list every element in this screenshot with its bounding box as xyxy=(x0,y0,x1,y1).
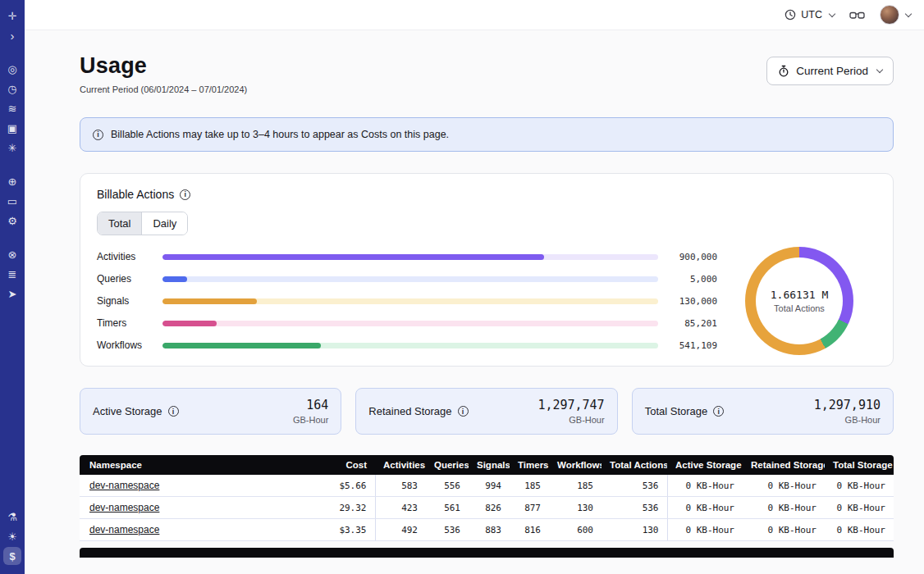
info-icon: i xyxy=(93,130,103,140)
active-storage-value: 164 xyxy=(293,398,328,412)
table-cell: 130 xyxy=(549,497,602,519)
clock-icon xyxy=(784,9,796,20)
main-area: UTC Usage Current Period (06/01/2024 – xyxy=(25,0,924,574)
billable-actions-title: Billable Actions i xyxy=(97,188,876,201)
retained-storage-label: Retained Storage i xyxy=(368,405,468,417)
total-storage-card: Total Storage i 1,297,910 GB-Hour xyxy=(632,388,894,435)
table-cell: 0 KB-Hour xyxy=(743,497,825,519)
table-cell: 0 KB-Hour xyxy=(825,475,894,497)
table-cell: 561 xyxy=(426,497,469,519)
column-header-active-storage: Active Storage xyxy=(667,455,743,475)
retained-storage-unit: GB-Hour xyxy=(537,415,604,425)
bar-label: Workflows xyxy=(97,339,154,351)
bar-fill xyxy=(162,276,187,282)
column-header-workflows: Workflows xyxy=(549,455,602,475)
usage-page: Usage Current Period (06/01/2024 – 07/01… xyxy=(25,30,924,574)
table-cell: 185 xyxy=(510,475,549,497)
spiral-icon[interactable]: ◎ xyxy=(3,60,21,78)
layers-icon[interactable]: ≋ xyxy=(3,99,21,117)
active-storage-unit: GB-Hour xyxy=(293,415,328,425)
column-header-retained-storage: Retained Storage xyxy=(743,455,825,475)
bar-value: 541,109 xyxy=(666,340,717,351)
page-subtitle: Current Period (06/01/2024 – 07/01/2024) xyxy=(80,84,247,94)
table-cell: 536 xyxy=(602,497,667,519)
timezone-select[interactable]: UTC xyxy=(784,9,835,20)
user-menu[interactable] xyxy=(880,5,911,25)
billable-actions-chart: Activities900,000Queries5,000Signals130,… xyxy=(97,247,876,355)
bar-fill xyxy=(162,298,257,304)
table-cell: 536 xyxy=(602,475,667,497)
globe-icon[interactable]: ⊕ xyxy=(3,172,21,190)
table-cell: 556 xyxy=(426,475,469,497)
info-banner-text: Billable Actions may take up to 3–4 hour… xyxy=(111,129,449,140)
table-cell: 185 xyxy=(549,475,602,497)
table-cell: 0 KB-Hour xyxy=(667,519,743,541)
glasses-icon[interactable] xyxy=(849,10,865,20)
table-cell: 536 xyxy=(426,519,469,541)
total-storage-value: 1,297,910 xyxy=(814,398,881,412)
bar-track xyxy=(162,276,658,282)
donut-total-label: Total Actions xyxy=(774,303,825,313)
bar-value: 900,000 xyxy=(666,252,717,262)
storage-summary-row: Active Storage i 164 GB-Hour Retained St… xyxy=(80,388,894,435)
table-cell: 0 KB-Hour xyxy=(743,519,825,541)
chevron-down-icon xyxy=(905,10,912,16)
namespace-link[interactable]: dev-namespace xyxy=(89,480,159,491)
table-cell: $5.66 xyxy=(326,475,375,497)
book-icon[interactable]: ≣ xyxy=(3,265,21,283)
table-cell: dev-namespace xyxy=(80,519,326,541)
table-cell: 877 xyxy=(510,497,549,519)
collapse-chevron-icon[interactable]: › xyxy=(3,26,21,44)
info-icon[interactable]: i xyxy=(168,406,179,417)
active-storage-label: Active Storage i xyxy=(93,405,179,417)
cube-icon[interactable]: ▣ xyxy=(3,119,21,137)
page-title: Usage xyxy=(80,53,247,79)
bar-row-signals: Signals130,000 xyxy=(97,294,717,308)
info-icon[interactable]: i xyxy=(180,189,190,200)
gear-icon[interactable]: ⚙ xyxy=(3,212,21,230)
namespace-link[interactable]: dev-namespace xyxy=(89,502,159,513)
logo-icon[interactable]: ✛ xyxy=(3,7,21,25)
bar-value: 85,201 xyxy=(666,318,717,329)
column-header-cost: Cost xyxy=(326,455,375,475)
bar-row-activities: Activities900,000 xyxy=(97,249,717,264)
donut-chart-area: 1.66131 M Total Actions xyxy=(722,247,876,355)
column-header-queries: Queries xyxy=(426,455,469,475)
bar-value: 130,000 xyxy=(666,296,717,307)
table-cell: 29.32 xyxy=(326,497,375,519)
dollar-icon[interactable]: $ xyxy=(3,547,21,565)
period-selector-button[interactable]: Current Period xyxy=(766,57,894,85)
card-icon[interactable]: ▭ xyxy=(3,192,21,210)
bar-fill xyxy=(162,321,217,326)
column-header-namespace: Namespace xyxy=(80,455,326,475)
rocket-icon[interactable]: ➤ xyxy=(3,285,21,303)
circle-x-icon[interactable]: ⊗ xyxy=(3,245,21,263)
tab-daily[interactable]: Daily xyxy=(141,212,187,235)
table-cell: 600 xyxy=(549,519,602,541)
column-header-signals: Signals xyxy=(469,455,510,475)
sidebar-bottom-icons: ⚗☀$ xyxy=(3,507,21,566)
info-icon[interactable]: i xyxy=(713,406,724,417)
flask-icon[interactable]: ⚗ xyxy=(3,508,21,526)
bar-track xyxy=(162,254,658,260)
bar-fill xyxy=(162,254,544,260)
bar-label: Timers xyxy=(97,317,154,329)
table-cell: $3.35 xyxy=(326,519,375,541)
chevron-down-icon xyxy=(829,10,835,16)
clock-icon[interactable]: ◷ xyxy=(3,80,21,98)
stopwatch-icon xyxy=(778,65,789,77)
asterisk-icon[interactable]: ✳ xyxy=(3,139,21,157)
bar-track xyxy=(162,321,658,326)
sidebar: ✛›◎◷≋▣✳⊕▭⚙⊗≣➤ ⚗☀$ xyxy=(0,0,25,574)
info-icon[interactable]: i xyxy=(458,406,469,417)
sun-icon[interactable]: ☀ xyxy=(3,527,21,545)
namespace-link[interactable]: dev-namespace xyxy=(89,524,159,535)
table-cell: 583 xyxy=(375,475,426,497)
table-cell: 0 KB-Hour xyxy=(825,497,894,519)
tab-total[interactable]: Total xyxy=(98,212,141,235)
column-header-total-storage: Total Storage xyxy=(825,455,894,475)
total-storage-label: Total Storage i xyxy=(645,405,725,417)
active-storage-card: Active Storage i 164 GB-Hour xyxy=(80,388,341,435)
topbar: UTC xyxy=(25,0,924,30)
bar-value: 5,000 xyxy=(666,274,717,285)
